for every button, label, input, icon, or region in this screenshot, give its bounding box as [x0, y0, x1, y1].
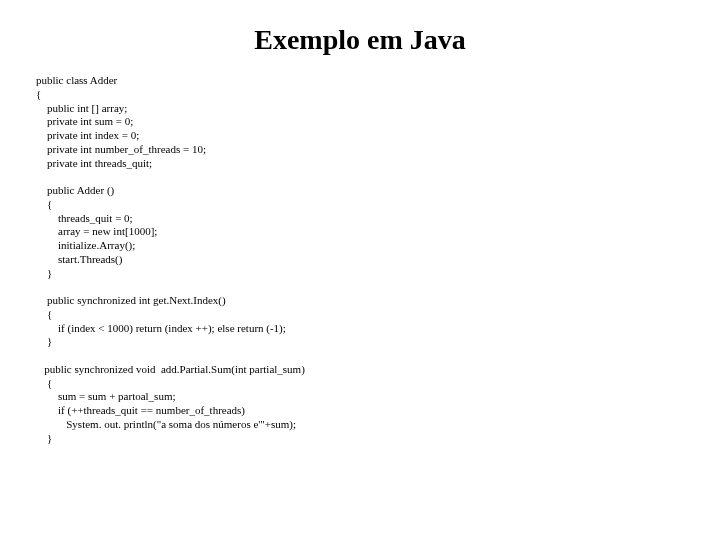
slide-title: Exemplo em Java — [0, 0, 720, 74]
java-code-block: public class Adder { public int [] array… — [0, 74, 720, 445]
